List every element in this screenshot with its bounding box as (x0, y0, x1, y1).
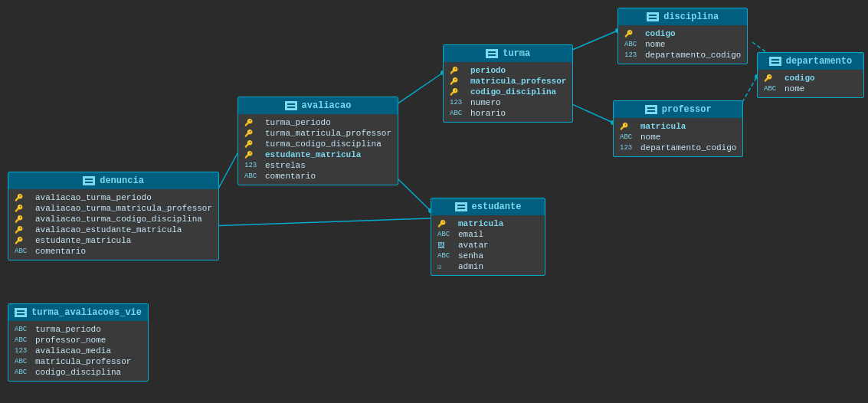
table-disciplina[interactable]: disciplina 🔑 codigo ABC nome 123 departa… (617, 8, 748, 64)
table-departamento[interactable]: departamento 🔑 codigo ABC nome (757, 52, 864, 98)
field-row: ABC comentario (238, 171, 398, 182)
field-row: 🔑 avaliacao_turma_matricula_professor (8, 203, 218, 214)
field-name: professor_nome (35, 336, 106, 345)
field-row: ABC professor_nome (8, 335, 148, 346)
field-row: 🔑 turma_codigo_disciplina (238, 139, 398, 149)
field-name: turma_codigo_disciplina (265, 139, 382, 149)
field-row: 🔑 avaliacao_turma_codigo_disciplina (8, 214, 218, 224)
field-name: avaliacao_media (35, 346, 111, 355)
field-icon: 🔑 (15, 226, 31, 234)
field-name: avaliacao_turma_periodo (35, 193, 152, 202)
field-row: 🔑 turma_matricula_professor (238, 128, 398, 139)
field-icon: 🔑 (15, 237, 31, 245)
field-name: matricula_professor (35, 357, 131, 366)
field-name: codigo_disciplina (35, 368, 121, 377)
table-body-avaliacao: 🔑 turma_periodo 🔑 turma_matricula_profes… (238, 114, 398, 185)
table-header-professor: professor (614, 101, 742, 118)
table-turma[interactable]: turma 🔑 periodo 🔑 matricula_professor 🔑 … (443, 44, 573, 123)
field-icon: 123 (620, 144, 637, 152)
table-title-turma-avaliacoes-vie: turma_avaliacoes_vie (31, 307, 142, 318)
field-icon: 123 (15, 347, 31, 355)
table-body-disciplina: 🔑 codigo ABC nome 123 departamento_codig… (618, 25, 747, 64)
field-icon: ABC (15, 358, 31, 365)
table-icon-professor (645, 105, 657, 114)
field-icon: ABC (450, 110, 467, 117)
field-row: ABC codigo_disciplina (8, 367, 148, 378)
field-icon: 123 (624, 51, 641, 59)
field-icon: 123 (244, 162, 261, 169)
field-name: departamento_codigo (640, 143, 736, 152)
field-row: 🔑 avaliacao_turma_periodo (8, 192, 218, 203)
field-row: ABC comentario (8, 246, 218, 257)
table-turma-avaliacoes-vie[interactable]: turma_avaliacoes_vie ABC turma_periodo A… (8, 303, 149, 382)
field-name: numero (470, 98, 501, 107)
table-title-departamento: departamento (786, 56, 852, 67)
db-canvas: denuncia 🔑 avaliacao_turma_periodo 🔑 ava… (0, 0, 868, 403)
field-row: 🔑 codigo_disciplina (444, 87, 572, 97)
table-professor[interactable]: professor 🔑 matricula ABC nome 123 depar… (613, 100, 743, 157)
field-name: estrelas (265, 161, 306, 170)
field-row: 🔑 matricula (614, 121, 742, 132)
table-title-avaliacao: avaliacao (302, 100, 352, 111)
table-header-denuncia: denuncia (8, 172, 218, 189)
field-name: nome (784, 84, 804, 93)
field-row: 123 avaliacao_media (8, 346, 148, 356)
field-name: codigo (784, 74, 815, 83)
table-body-turma: 🔑 periodo 🔑 matricula_professor 🔑 codigo… (444, 62, 572, 122)
field-icon: 🔑 (624, 30, 641, 38)
field-icon: ABC (15, 369, 31, 376)
field-row: 🔑 codigo (758, 73, 863, 84)
field-icon: ABC (764, 85, 781, 93)
field-row: ABC matricula_professor (8, 356, 148, 367)
table-icon-estudante (455, 202, 467, 211)
field-row: 🔑 matricula (431, 218, 545, 229)
table-estudante[interactable]: estudante 🔑 matricula ABC email 🖼 avatar… (431, 198, 545, 276)
field-row: 🔑 codigo (618, 28, 747, 39)
field-row: 123 numero (444, 97, 572, 108)
table-icon-disciplina (647, 12, 659, 21)
field-icon: 🔑 (244, 119, 261, 127)
field-icon: 🔑 (437, 220, 454, 228)
field-name: nome (645, 40, 665, 49)
field-name: codigo_disciplina (470, 87, 556, 97)
field-row: 🔑 avaliacao_estudante_matricula (8, 224, 218, 235)
field-icon: 🖼 (437, 241, 454, 250)
field-name: departamento_codigo (645, 51, 741, 60)
field-icon: 🔑 (450, 88, 467, 97)
field-row: ABC horario (444, 108, 572, 119)
field-icon: ABC (15, 336, 31, 344)
table-header-turma: turma (444, 45, 572, 62)
table-icon-avaliacao (285, 101, 297, 110)
table-header-disciplina: disciplina (618, 8, 747, 25)
field-name: avatar (458, 241, 489, 250)
table-header-turma-avaliacoes-vie: turma_avaliacoes_vie (8, 304, 148, 321)
field-name: email (458, 230, 483, 239)
field-icon: ABC (437, 252, 454, 260)
table-header-avaliacao: avaliacao (238, 97, 398, 114)
field-name: horario (470, 109, 506, 118)
table-icon-turma (486, 49, 498, 58)
table-avaliacao[interactable]: avaliacao 🔑 turma_periodo 🔑 turma_matric… (237, 97, 398, 185)
table-icon-denuncia (83, 176, 95, 185)
field-row: ABC nome (618, 39, 747, 50)
table-header-estudante: estudante (431, 198, 545, 215)
field-icon: 🔑 (244, 129, 261, 138)
field-icon: 🔑 (244, 151, 261, 159)
svg-line-8 (208, 218, 431, 226)
field-row: ☑ admin (431, 261, 545, 272)
field-icon: 🔑 (450, 67, 467, 75)
field-row: 🔑 matricula_professor (444, 76, 572, 87)
table-denuncia[interactable]: denuncia 🔑 avaliacao_turma_periodo 🔑 ava… (8, 172, 219, 260)
field-name: comentario (265, 172, 316, 181)
table-icon-departamento (769, 57, 781, 66)
field-row: 🔑 periodo (444, 65, 572, 76)
field-name: senha (458, 251, 483, 260)
field-icon: ABC (15, 247, 31, 255)
table-body-turma-avaliacoes-vie: ABC turma_periodo ABC professor_nome 123… (8, 321, 148, 381)
field-row: ABC turma_periodo (8, 324, 148, 335)
field-icon: 🔑 (244, 140, 261, 149)
field-row: 123 departamento_codigo (618, 50, 747, 61)
field-name: matricula (640, 122, 686, 131)
table-body-estudante: 🔑 matricula ABC email 🖼 avatar ABC senha… (431, 215, 545, 275)
field-icon: ABC (624, 41, 641, 48)
